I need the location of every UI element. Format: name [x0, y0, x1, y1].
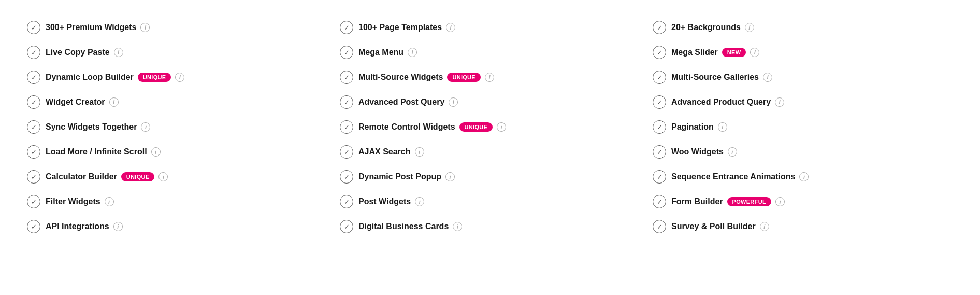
feature-label: Survey & Poll Builder: [671, 222, 756, 231]
list-item: ✓Paginationi: [646, 115, 959, 139]
info-icon[interactable]: i: [718, 122, 727, 132]
info-icon[interactable]: i: [446, 23, 455, 32]
check-icon: ✓: [340, 71, 353, 84]
info-icon[interactable]: i: [745, 23, 754, 32]
check-icon: ✓: [340, 46, 353, 59]
list-item: ✓Filter Widgetsi: [21, 190, 334, 214]
check-icon: ✓: [27, 195, 40, 208]
list-item: ✓Live Copy Pastei: [21, 40, 334, 64]
info-icon[interactable]: i: [415, 147, 424, 157]
list-item: ✓Multi-Source WidgetsUNIQUEi: [334, 65, 646, 89]
list-item: ✓100+ Page Templatesi: [334, 16, 646, 39]
item-content: Post Widgetsi: [358, 197, 424, 206]
info-icon[interactable]: i: [760, 222, 769, 231]
item-content: 20+ Backgroundsi: [671, 23, 754, 32]
info-icon[interactable]: i: [763, 73, 772, 82]
feature-label: Mega Menu: [358, 48, 403, 57]
info-icon[interactable]: i: [497, 122, 506, 132]
list-item: ✓20+ Backgroundsi: [646, 16, 959, 39]
item-content: Dynamic Post Popupi: [358, 172, 455, 181]
feature-label: 20+ Backgrounds: [671, 23, 741, 32]
list-item: ✓300+ Premium Widgetsi: [21, 16, 334, 39]
check-icon: ✓: [340, 220, 353, 233]
info-icon[interactable]: i: [445, 172, 455, 181]
list-item: ✓API Integrationsi: [21, 215, 334, 238]
item-content: 100+ Page Templatesi: [358, 23, 455, 32]
item-content: Digital Business Cardsi: [358, 222, 462, 231]
info-icon[interactable]: i: [113, 222, 123, 231]
item-content: Live Copy Pastei: [46, 48, 123, 57]
info-icon[interactable]: i: [140, 23, 150, 32]
check-icon: ✓: [653, 95, 666, 109]
feature-label: Filter Widgets: [46, 197, 100, 206]
list-item: ✓Multi-Source Galleriesi: [646, 65, 959, 89]
check-icon: ✓: [27, 46, 40, 59]
list-item: ✓Advanced Post Queryi: [334, 90, 646, 114]
info-icon[interactable]: i: [775, 97, 784, 107]
feature-label: Live Copy Paste: [46, 48, 110, 57]
item-content: API Integrationsi: [46, 222, 123, 231]
list-item: ✓Load More / Infinite Scrolli: [21, 140, 334, 164]
feature-label: API Integrations: [46, 222, 109, 231]
feature-label: Calculator Builder: [46, 172, 117, 181]
info-icon[interactable]: i: [453, 222, 462, 231]
feature-label: Advanced Product Query: [671, 97, 771, 107]
feature-badge: UNIQUE: [459, 122, 493, 132]
item-content: AJAX Searchi: [358, 147, 424, 157]
check-icon: ✓: [340, 145, 353, 159]
info-icon[interactable]: i: [175, 73, 184, 82]
list-item: ✓AJAX Searchi: [334, 140, 646, 164]
item-content: Sync Widgets Togetheri: [46, 122, 150, 132]
check-icon: ✓: [653, 195, 666, 208]
info-icon[interactable]: i: [728, 147, 737, 157]
check-icon: ✓: [653, 21, 666, 34]
check-icon: ✓: [27, 145, 40, 159]
item-content: 300+ Premium Widgetsi: [46, 23, 150, 32]
list-item: ✓Woo Widgetsi: [646, 140, 959, 164]
check-icon: ✓: [653, 220, 666, 233]
check-icon: ✓: [340, 120, 353, 134]
list-item: ✓Dynamic Post Popupi: [334, 165, 646, 189]
info-icon[interactable]: i: [449, 97, 458, 107]
item-content: Filter Widgetsi: [46, 197, 114, 206]
item-content: Form BuilderPowerfuli: [671, 197, 785, 206]
check-icon: ✓: [653, 170, 666, 184]
feature-label: Woo Widgets: [671, 147, 724, 157]
item-content: Woo Widgetsi: [671, 147, 737, 157]
feature-badge: Powerful: [727, 197, 771, 206]
info-icon[interactable]: i: [750, 48, 759, 57]
features-grid: ✓300+ Premium Widgetsi✓Live Copy Pastei✓…: [21, 16, 959, 238]
info-icon[interactable]: i: [109, 97, 119, 107]
list-item: ✓Mega Menui: [334, 40, 646, 64]
item-content: Multi-Source Galleriesi: [671, 73, 772, 82]
feature-badge: NEW: [722, 48, 746, 57]
feature-label: Form Builder: [671, 197, 723, 206]
list-item: ✓Dynamic Loop BuilderUNIQUEi: [21, 65, 334, 89]
info-icon[interactable]: i: [105, 197, 114, 206]
check-icon: ✓: [340, 21, 353, 34]
info-icon[interactable]: i: [141, 122, 150, 132]
info-icon[interactable]: i: [799, 172, 809, 181]
item-content: Mega SliderNEWi: [671, 48, 759, 57]
info-icon[interactable]: i: [775, 197, 785, 206]
info-icon[interactable]: i: [151, 147, 161, 157]
list-item: ✓Remote Control WidgetsUNIQUEi: [334, 115, 646, 139]
check-icon: ✓: [27, 71, 40, 84]
list-item: ✓Post Widgetsi: [334, 190, 646, 214]
check-icon: ✓: [653, 120, 666, 134]
feature-label: 100+ Page Templates: [358, 23, 442, 32]
feature-label: Pagination: [671, 122, 714, 132]
feature-label: Advanced Post Query: [358, 97, 444, 107]
info-icon[interactable]: i: [114, 48, 123, 57]
feature-label: Sequence Entrance Animations: [671, 172, 795, 181]
info-icon[interactable]: i: [158, 172, 168, 181]
item-content: Survey & Poll Builderi: [671, 222, 769, 231]
list-item: ✓Calculator BuilderUniquei: [21, 165, 334, 189]
info-icon[interactable]: i: [408, 48, 417, 57]
info-icon[interactable]: i: [415, 197, 424, 206]
check-icon: ✓: [340, 195, 353, 208]
info-icon[interactable]: i: [485, 73, 494, 82]
check-icon: ✓: [27, 21, 40, 34]
item-content: Mega Menui: [358, 48, 417, 57]
item-content: Widget Creatori: [46, 97, 119, 107]
